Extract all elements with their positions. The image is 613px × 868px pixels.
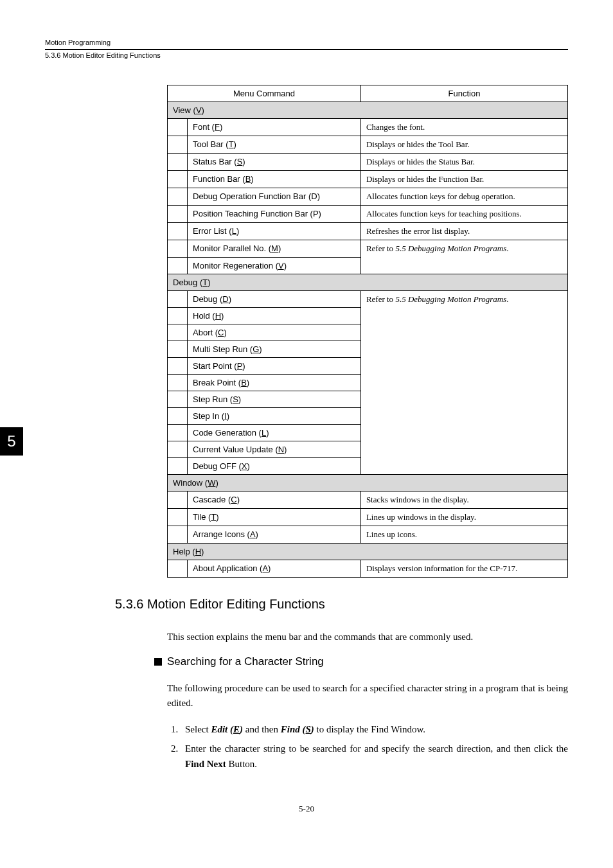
func-tile: Lines up windows in the display. [360, 508, 567, 526]
table-row: Tile (T) Lines up windows in the display… [168, 508, 568, 526]
header-subtitle: 5.3.6 Motion Editor Editing Functions [45, 49, 568, 59]
table-row: Debug (D) Refer to 5.5 Debugging Motion … [168, 290, 568, 307]
chapter-badge: 5 [0, 427, 23, 456]
cmd-monitor-regen: Monitor Regeneration (V) [188, 257, 361, 274]
cmd-arrange-icons: Arrange Icons (A) [188, 526, 361, 543]
table-row: Debug Operation Function Bar (D) Allocat… [168, 188, 568, 206]
func-font: Changes the font. [360, 119, 567, 136]
menu-command-table: Menu Command Function View (V) Font (F) … [167, 85, 568, 578]
table-row: Monitor Parallel No. (M) Refer to 5.5 De… [168, 240, 568, 258]
cmd-tile: Tile (T) [188, 508, 361, 526]
cmd-debug-op-bar: Debug Operation Function Bar (D) [188, 188, 361, 206]
chapter-number: 5 [7, 432, 15, 450]
cmd-cascade: Cascade (C) [188, 491, 361, 508]
table-row: Function Bar (B) Displays or hides the F… [168, 171, 568, 188]
func-toolbar: Displays or hides the Tool Bar. [360, 136, 567, 154]
cmd-steprun: Step Run (S) [188, 391, 361, 407]
section-row-help: Help (H) [168, 543, 568, 560]
cmd-monitor-parallel: Monitor Parallel No. (M) [188, 240, 361, 258]
table-header-menu: Menu Command [168, 85, 361, 102]
ol-item-1: 1. Select Edit (E) and then Find (S) to … [171, 722, 568, 737]
cmd-curval: Current Value Update (N) [188, 441, 361, 457]
func-about: Displays version information for the CP-… [360, 560, 567, 577]
table-row: Position Teaching Function Bar (P) Alloc… [168, 206, 568, 223]
section-row-window: Window (W) [168, 474, 568, 491]
cmd-abort: Abort (C) [188, 324, 361, 341]
cmd-breakpoint: Break Point (B) [188, 374, 361, 391]
ol-item-2: 2. Enter the character string to be sear… [171, 741, 568, 772]
table-row: Tool Bar (T) Displays or hides the Tool … [168, 136, 568, 154]
section-row-view: View (V) [168, 102, 568, 119]
func-debug-group: Refer to 5.5 Debugging Motion Programs. [360, 290, 567, 474]
cmd-statusbar: Status Bar (S) [188, 154, 361, 171]
cmd-debugoff: Debug OFF (X) [188, 457, 361, 474]
table-row: Error List (L) Refreshes the error list … [168, 223, 568, 240]
table-row: About Application (A) Displays version i… [168, 560, 568, 577]
cmd-font: Font (F) [188, 119, 361, 136]
cmd-multistep: Multi Step Run (G) [188, 341, 361, 357]
cmd-startpoint: Start Point (P) [188, 357, 361, 374]
cmd-stepin: Step In (I) [188, 407, 361, 424]
cmd-pos-teach-bar: Position Teaching Function Bar (P) [188, 206, 361, 223]
table-row: Monitor Regeneration (V) [168, 257, 568, 274]
cmd-codegen: Code Generation (L) [188, 424, 361, 441]
section-intro: This section explains the menu bar and t… [167, 630, 568, 644]
search-body-1: The following procedure can be used to s… [167, 681, 568, 710]
func-functionbar: Displays or hides the Function Bar. [360, 171, 567, 188]
func-cascade: Stacks windows in the display. [360, 491, 567, 508]
cmd-debug: Debug (D) [188, 290, 361, 307]
cmd-functionbar: Function Bar (B) [188, 171, 361, 188]
table-row: Status Bar (S) Displays or hides the Sta… [168, 154, 568, 171]
func-arrange-icons: Lines up icons. [360, 526, 567, 543]
table-row: Font (F) Changes the font. [168, 119, 568, 136]
table-row: Arrange Icons (A) Lines up icons. [168, 526, 568, 543]
cmd-error-list: Error List (L) [188, 223, 361, 240]
cmd-toolbar: Tool Bar (T) [188, 136, 361, 154]
table-row: Cascade (C) Stacks windows in the displa… [168, 491, 568, 508]
table-header-function: Function [360, 85, 567, 102]
func-statusbar: Displays or hides the Status Bar. [360, 154, 567, 171]
cmd-hold: Hold (H) [188, 307, 361, 324]
sub-heading-search: Searching for a Character String [154, 655, 568, 668]
header-title: Motion Programming [45, 39, 568, 46]
func-pos-teach-bar: Allocates function keys for teaching pos… [360, 206, 567, 223]
func-error-list: Refreshes the error list display. [360, 223, 567, 240]
cmd-about: About Application (A) [188, 560, 361, 577]
square-bullet-icon [154, 658, 162, 666]
section-row-debug: Debug (T) [168, 274, 568, 290]
func-monitor-parallel: Refer to 5.5 Debugging Motion Programs. [360, 240, 567, 258]
page-number: 5-20 [45, 804, 568, 814]
section-heading: 5.3.6 Motion Editor Editing Functions [115, 597, 568, 612]
func-debug-op-bar: Allocates function keys for debug operat… [360, 188, 567, 206]
